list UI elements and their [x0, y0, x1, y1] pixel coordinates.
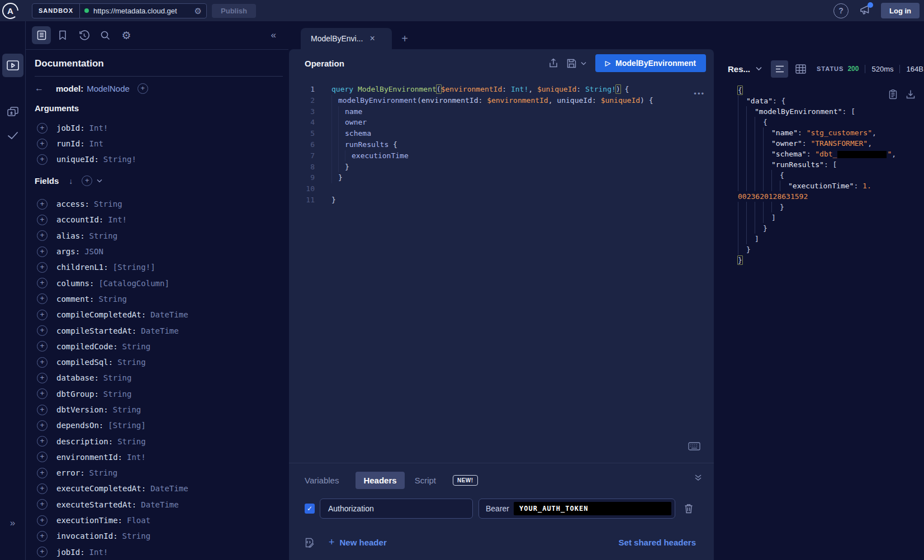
auth-token-placeholder[interactable]: YOUR_AUTH_TOKEN	[514, 502, 671, 515]
argument-row[interactable]: +uniqueId:String!	[26, 151, 288, 167]
header-key-input[interactable]: Authorization	[320, 499, 473, 519]
checks-icon[interactable]	[0, 131, 25, 141]
add-field-icon[interactable]: +	[37, 293, 48, 304]
add-field-icon[interactable]: +	[37, 547, 48, 557]
close-tab-icon[interactable]: ×	[369, 34, 375, 44]
add-field-icon[interactable]: +	[37, 123, 48, 134]
edit-as-text-icon[interactable]	[305, 538, 314, 548]
field-row[interactable]: +environmentId:Int!	[26, 449, 288, 465]
field-row[interactable]: +alias:String	[26, 228, 288, 244]
collapse-docs-icon[interactable]: «	[271, 30, 276, 41]
field-row[interactable]: +dbtVersion:String	[26, 402, 288, 417]
field-row[interactable]: +dbtGroup:String	[26, 386, 288, 402]
add-field-icon[interactable]: +	[37, 499, 48, 510]
field-row[interactable]: +executeStartedAt:DateTime	[26, 497, 288, 512]
new-header-button[interactable]: + New header	[329, 537, 387, 548]
set-shared-headers-link[interactable]: Set shared headers	[619, 538, 696, 547]
endpoint-url-input[interactable]: https://metadata.cloud.get ⚙	[80, 7, 206, 15]
explorer-settings-icon[interactable]: ⚙	[117, 26, 136, 44]
add-field-icon[interactable]: +	[37, 215, 48, 225]
field-row[interactable]: +compiledCode:String	[26, 339, 288, 354]
help-icon[interactable]: ?	[833, 3, 849, 18]
add-field-icon[interactable]: +	[37, 278, 48, 288]
argument-row[interactable]: +runId:Int	[26, 136, 288, 151]
sort-fields-icon[interactable]: ↓	[69, 177, 73, 186]
add-field-icon[interactable]: +	[37, 388, 48, 399]
field-row[interactable]: +compileStartedAt:DateTime	[26, 322, 288, 338]
connection-settings-icon[interactable]: ⚙	[195, 7, 202, 15]
announcements-icon[interactable]	[859, 4, 872, 17]
response-dropdown-chevron-icon[interactable]	[756, 67, 762, 71]
breadcrumb-type-link[interactable]: ModelNode	[87, 84, 130, 93]
response-title[interactable]: Res...	[728, 64, 750, 74]
add-field-icon[interactable]: +	[138, 83, 148, 94]
add-field-icon[interactable]: +	[37, 468, 48, 478]
explorer-nav-icon[interactable]	[2, 54, 23, 77]
field-row[interactable]: +executeCompletedAt:DateTime	[26, 481, 288, 496]
add-field-icon[interactable]: +	[37, 310, 48, 320]
back-arrow-icon[interactable]: ←	[35, 83, 48, 93]
apollo-logo[interactable]: A	[2, 2, 19, 20]
header-value-input[interactable]: Bearer YOUR_AUTH_TOKEN	[478, 499, 675, 519]
add-field-icon[interactable]: +	[37, 357, 48, 368]
history-icon[interactable]	[74, 26, 93, 44]
add-field-icon[interactable]: +	[37, 436, 48, 447]
add-field-icon[interactable]: +	[37, 341, 48, 352]
field-row[interactable]: +invocationId:String	[26, 528, 288, 544]
login-button[interactable]: Log in	[881, 3, 920, 18]
add-field-icon[interactable]: +	[37, 452, 48, 462]
add-all-fields-icon[interactable]: +	[82, 175, 92, 186]
tab-headers[interactable]: Headers	[356, 472, 404, 489]
endpoint-url[interactable]: https://metadata.cloud.get	[93, 7, 195, 15]
field-row[interactable]: +accountId:Int!	[26, 212, 288, 227]
documentation-tab-icon[interactable]	[32, 26, 51, 44]
field-row[interactable]: +access:String	[26, 196, 288, 212]
add-field-icon[interactable]: +	[37, 325, 48, 336]
delete-header-icon[interactable]	[684, 504, 693, 514]
save-operation-icon[interactable]	[567, 59, 576, 68]
query-editor[interactable]: 1query ModelByEnvironment($environmentId…	[302, 84, 699, 206]
bookmarks-icon[interactable]	[53, 26, 72, 44]
field-row[interactable]: +description:String	[26, 433, 288, 449]
new-tab-icon[interactable]: +	[398, 32, 411, 46]
response-format-json-icon[interactable]	[771, 60, 788, 78]
save-options-chevron-icon[interactable]	[581, 61, 586, 65]
add-field-icon[interactable]: +	[37, 420, 48, 431]
field-row[interactable]: +database:String	[26, 370, 288, 386]
add-field-icon[interactable]: +	[37, 199, 48, 210]
search-icon[interactable]	[96, 26, 115, 44]
field-row[interactable]: +columns:[CatalogColumn]	[26, 275, 288, 291]
add-field-icon[interactable]: +	[37, 154, 48, 165]
add-field-icon[interactable]: +	[37, 515, 48, 526]
field-row[interactable]: +compiledSql:String	[26, 354, 288, 370]
tab-script[interactable]: Script	[415, 476, 436, 485]
keyboard-shortcuts-icon[interactable]	[688, 442, 700, 450]
collapse-request-section-icon[interactable]	[694, 474, 703, 482]
add-field-icon[interactable]: +	[37, 262, 48, 273]
share-operation-icon[interactable]	[549, 58, 558, 68]
tab-variables[interactable]: Variables	[305, 476, 339, 485]
run-operation-button[interactable]: ▷ ModelByEnvironment	[595, 54, 706, 72]
add-field-icon[interactable]: +	[37, 230, 48, 241]
operation-collections-icon[interactable]	[0, 105, 25, 118]
fields-add-options-icon[interactable]	[97, 179, 102, 183]
add-field-icon[interactable]: +	[37, 373, 48, 383]
field-row[interactable]: +childrenL1:[String!]	[26, 259, 288, 275]
field-row[interactable]: +args:JSON	[26, 244, 288, 259]
add-field-icon[interactable]: +	[37, 483, 48, 494]
field-row[interactable]: +error:String	[26, 465, 288, 481]
add-field-icon[interactable]: +	[37, 139, 48, 149]
response-format-table-icon[interactable]	[795, 64, 806, 74]
add-field-icon[interactable]: +	[37, 246, 48, 257]
publish-button[interactable]: Publish	[212, 4, 256, 18]
add-field-icon[interactable]: +	[37, 405, 48, 415]
argument-row[interactable]: +jobId:Int!	[26, 120, 288, 136]
field-row[interactable]: +dependsOn:[String]	[26, 417, 288, 433]
field-row[interactable]: +jobId:Int!	[26, 544, 288, 560]
expand-rail-icon[interactable]: »	[0, 518, 25, 529]
field-row[interactable]: +executionTime:Float	[26, 512, 288, 528]
header-enabled-checkbox[interactable]: ✓	[305, 504, 315, 514]
field-row[interactable]: +comment:String	[26, 291, 288, 307]
add-field-icon[interactable]: +	[37, 531, 48, 542]
field-row[interactable]: +compileCompletedAt:DateTime	[26, 307, 288, 322]
